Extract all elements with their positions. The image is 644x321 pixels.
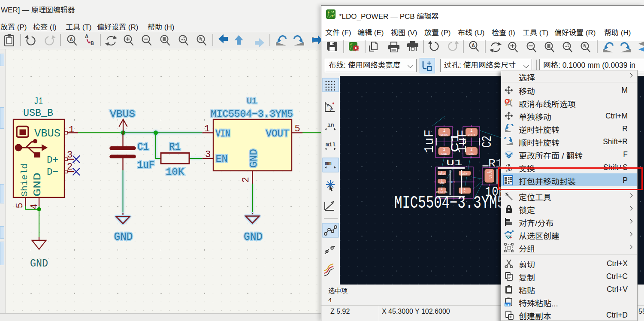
svg-text:U1: U1 bbox=[247, 96, 257, 106]
svg-text:1: 1 bbox=[69, 124, 74, 135]
svg-text:VBUS: VBUS bbox=[440, 133, 448, 137]
svg-text:1: 1 bbox=[470, 129, 472, 133]
svg-text:5: 5 bbox=[295, 124, 300, 134]
svg-text:U1: U1 bbox=[451, 181, 455, 184]
svg-text:VBIAS: VBIAS bbox=[438, 173, 445, 176]
svg-text:VOUT: VOUT bbox=[462, 173, 468, 176]
svg-text:GND: GND bbox=[248, 149, 260, 168]
svg-text:D+: D+ bbox=[47, 155, 58, 166]
svg-text:GND: GND bbox=[244, 230, 263, 243]
svg-text:in: in bbox=[327, 122, 334, 128]
svg-text:A: A bbox=[472, 43, 475, 49]
svg-text:GND: GND bbox=[114, 230, 133, 243]
svg-text:2: 2 bbox=[241, 177, 251, 182]
svg-text:B: B bbox=[91, 40, 94, 47]
svg-text:θ: θ bbox=[330, 108, 332, 112]
svg-text:4: 4 bbox=[29, 203, 40, 209]
svg-text:GND: GND bbox=[32, 173, 43, 197]
svg-text:USB_B: USB_B bbox=[23, 107, 53, 119]
svg-text:VBUS: VBUS bbox=[34, 127, 60, 140]
svg-text:5: 5 bbox=[15, 203, 25, 208]
svg-text:MIC5504−3.3YM5: MIC5504−3.3YM5 bbox=[211, 109, 293, 120]
svg-text:3: 3 bbox=[67, 150, 73, 160]
svg-text:D−: D− bbox=[47, 167, 58, 178]
svg-text:R1: R1 bbox=[169, 142, 181, 153]
svg-text:J1: J1 bbox=[34, 96, 43, 107]
svg-text:mm: mm bbox=[325, 160, 332, 167]
svg-text:GND: GND bbox=[441, 152, 447, 156]
svg-text:r: r bbox=[327, 104, 329, 109]
svg-text:U1: U1 bbox=[446, 158, 463, 168]
svg-text:C1: C1 bbox=[137, 142, 149, 153]
svg-text:EN: EN bbox=[216, 154, 228, 165]
svg-text:C2: C2 bbox=[480, 136, 495, 148]
svg-text:R42: R42 bbox=[505, 303, 512, 307]
svg-text:1uF: 1uF bbox=[455, 130, 470, 153]
svg-text:mil: mil bbox=[326, 142, 336, 148]
svg-text:Shield: Shield bbox=[20, 164, 30, 197]
svg-text:GND: GND bbox=[440, 182, 444, 185]
svg-text:2: 2 bbox=[443, 148, 445, 152]
svg-text:3: 3 bbox=[205, 149, 211, 160]
svg-text:A: A bbox=[70, 37, 73, 43]
svg-text:1: 1 bbox=[443, 129, 445, 133]
svg-text:1uF: 1uF bbox=[422, 130, 437, 153]
svg-text:VOUT: VOUT bbox=[266, 128, 289, 139]
svg-text:GND: GND bbox=[30, 257, 48, 270]
svg-text:VBUS: VBUS bbox=[489, 170, 493, 179]
svg-text:2: 2 bbox=[67, 162, 73, 173]
svg-text:VBUS: VBUS bbox=[110, 109, 135, 120]
svg-text:3: 3 bbox=[441, 188, 443, 191]
svg-text:10K: 10K bbox=[166, 167, 184, 178]
svg-text:1: 1 bbox=[204, 124, 210, 134]
svg-text:A: A bbox=[508, 164, 511, 168]
svg-text:1uF: 1uF bbox=[137, 160, 154, 171]
svg-text:MIC5504−3.3YM5: MIC5504−3.3YM5 bbox=[394, 194, 505, 213]
svg-text:2: 2 bbox=[470, 148, 472, 152]
svg-text:A: A bbox=[85, 33, 88, 40]
svg-text:VIN: VIN bbox=[216, 128, 230, 139]
